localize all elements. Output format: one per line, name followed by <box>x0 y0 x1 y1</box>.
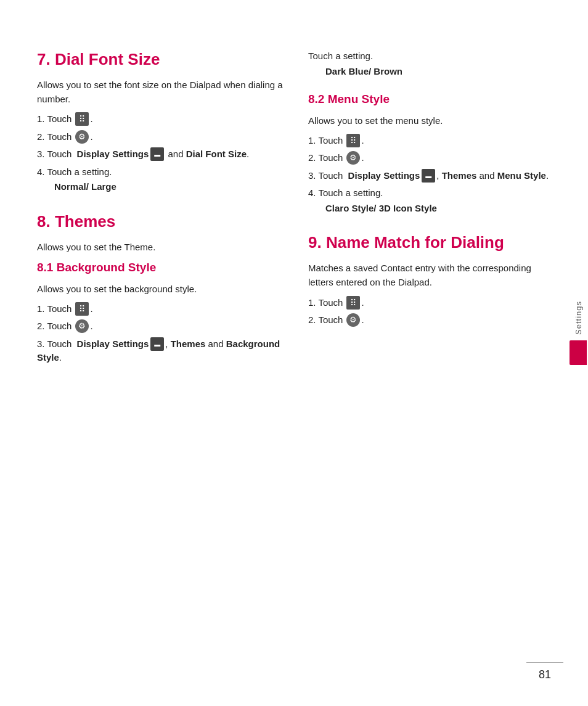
section-8-1-body: Allows you to set the background style. <box>37 282 284 296</box>
section-8-body: Allows you to set the Theme. <box>37 240 284 254</box>
step-81-1: 1. Touch . <box>37 302 284 316</box>
display-icon-81 <box>150 337 164 351</box>
right-column: Touch a setting. Dark Blue/ Brown 8.2 Me… <box>308 49 555 379</box>
section-8-2: 8.2 Menu Style Allows you to set the men… <box>308 92 555 219</box>
step-81-4: Touch a setting. Dark Blue/ Brown <box>308 49 555 82</box>
settings-icon-81-2 <box>75 319 89 333</box>
section-9-steps: 1. Touch . 2. Touch . <box>308 296 555 327</box>
section-8-2-body: Allows you to set the menu style. <box>308 113 555 128</box>
step-81-3: 3. Touch Display Settings , Themes and B… <box>37 337 284 365</box>
section-7-steps: 1. Touch . 2. Touch . 3. Touch Display S… <box>37 112 284 198</box>
step-7-2: 2. Touch . <box>37 130 284 144</box>
section-9-body: Matches a saved Contact entry with the c… <box>308 261 555 290</box>
step-81-4-value: Dark Blue/ Brown <box>325 65 402 79</box>
step-9-1: 1. Touch . <box>308 296 555 310</box>
display-icon <box>150 147 164 161</box>
section-8-1-title: 8.1 Background Style <box>37 260 284 276</box>
sidebar-label: Settings <box>574 301 583 335</box>
step-82-4: 4. Touch a setting. Claro Style/ 3D Icon… <box>308 186 555 219</box>
section-9-title: 9. Name Match for Dialing <box>308 232 555 253</box>
section-7: 7. Dial Font Size Allows you to set the … <box>37 49 284 198</box>
settings-icon <box>75 130 89 144</box>
apps-icon-9-1 <box>346 296 360 310</box>
sidebar-bar <box>570 340 587 365</box>
step-82-4-value: Claro Style/ 3D Icon Style <box>325 202 437 216</box>
apps-icon <box>75 112 89 126</box>
section-9: 9. Name Match for Dialing Matches a save… <box>308 232 555 327</box>
step-7-4-value: Normal/ Large <box>54 180 116 194</box>
section-7-title: 7. Dial Font Size <box>37 49 284 70</box>
section-8: 8. Themes Allows you to set the Theme. 8… <box>37 211 284 365</box>
section-8-2-title: 8.2 Menu Style <box>308 92 555 107</box>
step-82-3: 3. Touch Display Settings , Themes and M… <box>308 169 555 183</box>
page-rule <box>526 662 563 663</box>
step-7-3: 3. Touch Display Settings and Dial Font … <box>37 147 284 162</box>
step-7-3-displaytext: Display Settings <box>77 147 149 162</box>
section-7-body: Allows you to set the font size on the D… <box>37 78 284 107</box>
step-7-1: 1. Touch . <box>37 112 284 126</box>
apps-icon-82-1 <box>346 134 360 147</box>
display-icon-82 <box>422 169 435 183</box>
left-column: 7. Dial Font Size Allows you to set the … <box>37 49 284 379</box>
section-8-1-steps: 1. Touch . 2. Touch . 3. Touch Display S… <box>37 302 284 365</box>
step-9-2: 2. Touch . <box>308 313 555 327</box>
sidebar-tab: Settings <box>568 296 588 370</box>
page-number: 81 <box>539 668 551 681</box>
settings-icon-82-2 <box>346 151 360 165</box>
step-82-1: 1. Touch . <box>308 134 555 148</box>
step-81-2: 2. Touch . <box>37 319 284 334</box>
section-8-title: 8. Themes <box>37 211 284 232</box>
section-8-1: 8.1 Background Style Allows you to set t… <box>37 260 284 365</box>
section-8-2-steps: 1. Touch . 2. Touch . 3. Touch Display S… <box>308 134 555 220</box>
settings-icon-9-2 <box>346 313 360 327</box>
apps-icon-81-1 <box>75 302 89 316</box>
step-82-2: 2. Touch . <box>308 151 555 165</box>
step-81-4-block: Touch a setting. Dark Blue/ Brown <box>308 49 555 82</box>
step-7-4: 4. Touch a setting. Normal/ Large <box>37 165 284 198</box>
